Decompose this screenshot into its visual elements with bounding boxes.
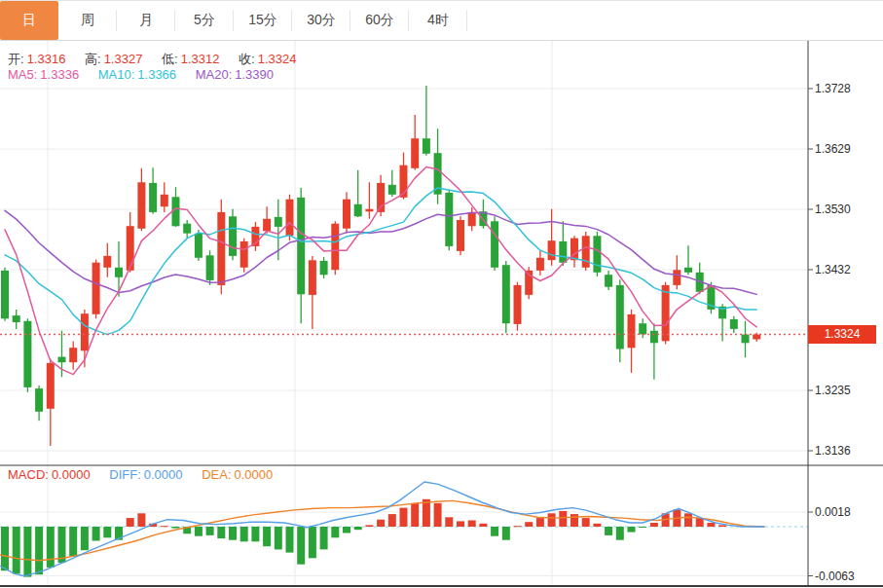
tab-周[interactable]: 周 [58, 1, 117, 40]
diff-label: DIFF: [109, 467, 141, 482]
dea-value: 0.0000 [235, 467, 274, 482]
price-axis-label: 1.3432 [815, 263, 851, 276]
close-value: 1.3324 [258, 52, 297, 66]
high-label: 高: [85, 52, 101, 66]
macd-axis-label: 0.0018 [815, 505, 851, 519]
ma20-value: 1.3390 [235, 67, 274, 82]
price-axis-label: 1.3235 [815, 384, 851, 397]
ma10-value: 1.3366 [137, 67, 176, 82]
ma20-label: MA20: [196, 67, 233, 82]
price-axis-label: 1.3728 [815, 82, 851, 95]
diff-value: 0.0000 [144, 467, 183, 482]
ma10-label: MA10: [98, 67, 135, 82]
current-price-tag: 1.3324 [808, 325, 876, 344]
close-label: 收: [239, 52, 255, 66]
open-value: 1.3316 [27, 52, 66, 66]
ma5-label: MA5: [8, 67, 37, 82]
tab-60分[interactable]: 60分 [350, 1, 409, 40]
dea-label: DEA: [202, 467, 231, 482]
macd-value: 0.0000 [52, 467, 91, 482]
macd-label: MACD: [8, 467, 49, 482]
high-value: 1.3327 [104, 52, 143, 66]
low-label: 低: [162, 52, 178, 66]
price-axis-label: 1.3530 [815, 202, 851, 216]
candlestick-chart[interactable] [0, 0, 883, 588]
trading-chart-app: 日周月5分15分30分60分4时 开:1.3316 高:1.3327 低:1.3… [0, 0, 883, 588]
tab-15分[interactable]: 15分 [234, 1, 292, 40]
price-axis-label: 1.3136 [815, 444, 851, 458]
price-axis-label: 1.3629 [815, 142, 851, 156]
ma5-value: 1.3336 [40, 67, 79, 82]
tab-日[interactable]: 日 [0, 1, 58, 40]
tab-30分[interactable]: 30分 [292, 1, 350, 40]
open-label: 开: [8, 52, 24, 66]
ohlc-legend: 开:1.3316 高:1.3327 低:1.3312 收:1.3324 [8, 51, 299, 68]
tab-5分[interactable]: 5分 [175, 1, 234, 40]
macd-axis-label: -0.0063 [815, 570, 855, 583]
low-value: 1.3312 [181, 52, 220, 66]
macd-legend: MACD:0.0000 DIFF:0.0000 DEA:0.0000 [8, 467, 276, 482]
timeframe-tabbar: 日周月5分15分30分60分4时 [0, 0, 883, 41]
ma-legend: MA5:1.3336 MA10:1.3366 MA20:1.3390 [8, 67, 276, 82]
tab-4时[interactable]: 4时 [409, 1, 467, 40]
tab-月[interactable]: 月 [117, 1, 175, 40]
